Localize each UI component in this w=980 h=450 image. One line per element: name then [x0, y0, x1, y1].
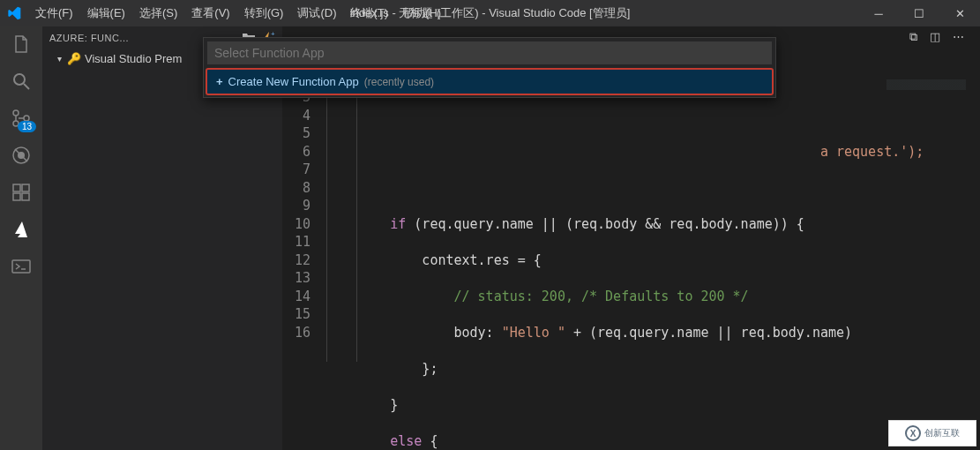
debug-icon[interactable]: [11, 145, 32, 166]
svg-rect-8: [22, 184, 29, 191]
titlebar: 文件(F) 编辑(E) 选择(S) 查看(V) 转到(G) 调试(D) 终端(T…: [0, 0, 980, 26]
svg-rect-10: [22, 193, 29, 200]
svg-rect-7: [13, 184, 20, 191]
maximize-button[interactable]: ☐: [899, 0, 939, 26]
explorer-icon[interactable]: [11, 34, 32, 55]
vscode-logo-icon: [7, 6, 21, 20]
powershell-icon[interactable]: [11, 256, 32, 277]
window-controls: ─ ☐ ✕: [858, 0, 980, 26]
quick-pick-palette: + Create New Function App (recently used…: [203, 37, 776, 98]
menu-debug[interactable]: 调试(D): [290, 2, 343, 25]
menu-view[interactable]: 查看(V): [184, 2, 236, 25]
key-icon: 🔑: [67, 52, 81, 65]
menu-go[interactable]: 转到(G): [237, 2, 291, 25]
minimize-button[interactable]: ─: [858, 0, 899, 26]
palette-input[interactable]: [207, 41, 772, 64]
line-num: 11: [282, 233, 310, 251]
line-num: 14: [282, 288, 310, 306]
palette-item-hint: (recently used): [364, 76, 434, 88]
activity-bar: 13: [0, 26, 42, 450]
svg-point-0: [14, 74, 25, 85]
window-title: index.js - 无标题 (工作区) - Visual Studio Cod…: [350, 5, 631, 21]
svg-rect-11: [12, 260, 30, 273]
line-num: 8: [282, 179, 310, 198]
svg-point-6: [18, 152, 25, 159]
line-num: 12: [282, 251, 310, 270]
line-num: 13: [282, 269, 310, 288]
line-num: 10: [282, 215, 310, 234]
sidebar-title: AZURE: FUNC...: [49, 33, 129, 43]
palette-item-create-function-app[interactable]: + Create New Function App (recently used…: [206, 68, 774, 95]
svg-line-1: [24, 84, 29, 89]
search-icon[interactable]: [11, 71, 32, 92]
watermark: X创新互联: [888, 420, 976, 446]
azure-icon[interactable]: [11, 219, 32, 240]
palette-item-label: Create New Function App: [228, 75, 359, 88]
menu-selection[interactable]: 选择(S): [132, 2, 184, 25]
menu-edit[interactable]: 编辑(E): [80, 2, 132, 25]
source-control-icon[interactable]: 13: [11, 108, 32, 129]
extensions-icon[interactable]: [11, 182, 32, 203]
line-num: 15: [282, 305, 310, 324]
svg-point-2: [13, 110, 19, 116]
close-button[interactable]: ✕: [939, 0, 980, 26]
svg-rect-9: [13, 193, 20, 200]
line-num: 9: [282, 197, 310, 215]
menu-file[interactable]: 文件(F): [28, 2, 80, 25]
line-num: 6: [282, 143, 310, 161]
line-num: 4: [282, 107, 310, 125]
plus-icon: +: [216, 75, 223, 88]
line-num: 7: [282, 161, 310, 179]
line-num: 5: [282, 124, 310, 143]
line-num: 16: [282, 324, 310, 342]
tree-item-label: Visual Studio Prem: [85, 52, 182, 65]
chevron-down-icon: ▾: [55, 54, 64, 64]
scm-badge: 13: [18, 121, 36, 132]
